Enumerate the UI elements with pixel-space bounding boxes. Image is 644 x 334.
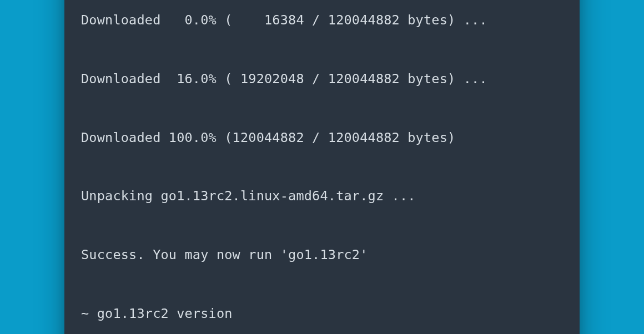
terminal-line: Downloaded 100.0% (120044882 / 120044882… (81, 128, 563, 148)
terminal-line: ~ go1.13rc2 version (81, 304, 563, 323)
terminal-window: ~ go1.13rc2 download Downloaded 0.0% ( 1… (64, 0, 580, 334)
terminal-line: Downloaded 0.0% ( 16384 / 120044882 byte… (81, 11, 563, 30)
terminal-output: ~ go1.13rc2 download Downloaded 0.0% ( 1… (81, 0, 563, 334)
terminal-line: Success. You may now run 'go1.13rc2' (81, 245, 563, 265)
terminal-line: Downloaded 16.0% ( 19202048 / 120044882 … (81, 69, 563, 89)
terminal-line: Unpacking go1.13rc2.linux-amd64.tar.gz .… (81, 186, 563, 206)
